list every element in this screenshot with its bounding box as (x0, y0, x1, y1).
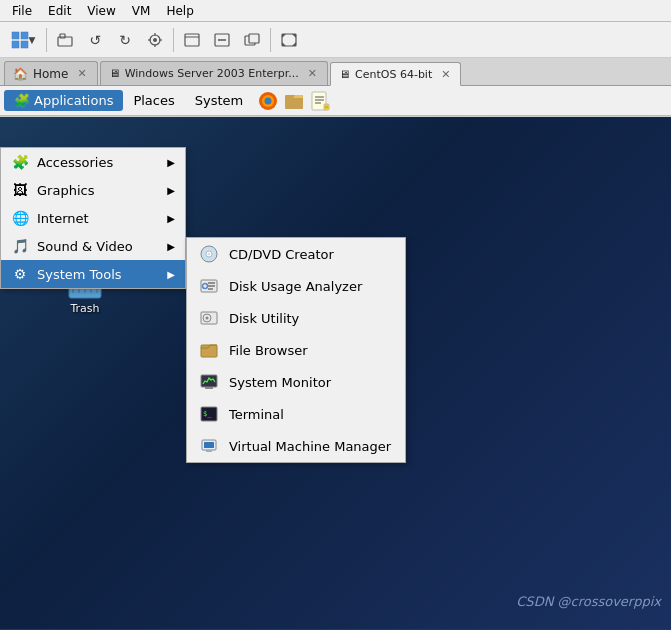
move-icon (57, 32, 73, 48)
internet-icon: 🌐 (11, 209, 29, 227)
menu-view[interactable]: View (79, 2, 123, 20)
minimize-icon (214, 33, 230, 47)
tab-centos-close[interactable]: ✕ (441, 68, 450, 81)
svg-text:$_: $_ (203, 410, 212, 418)
toolbar-dropdown[interactable]: ▼ (4, 26, 42, 54)
grid-icon (11, 31, 29, 49)
menu-edit[interactable]: Edit (40, 2, 79, 20)
icon-toolbar: ▼ ↺ ↻ (0, 22, 671, 58)
home-tab-icon: 🏠 (13, 67, 28, 81)
toolbar-fullscreen[interactable] (275, 26, 303, 54)
appbar-places[interactable]: Places (123, 90, 184, 111)
menu-vm[interactable]: VM (124, 2, 159, 20)
svg-point-51 (206, 317, 209, 320)
svg-rect-0 (12, 32, 19, 39)
toolbar-separator-1 (46, 28, 47, 52)
graphics-icon: 🖼 (11, 181, 29, 199)
settings-icon (147, 32, 163, 48)
app-bar-quick-launch (257, 90, 331, 112)
svg-rect-1 (21, 32, 28, 39)
window-icon (184, 33, 200, 47)
disk-utility-icon (199, 308, 219, 328)
disk-usage-icon (199, 276, 219, 296)
menu-bar: File Edit View VM Help (0, 0, 671, 22)
svg-point-43 (208, 253, 211, 256)
submenu-cddvd[interactable]: CD/DVD Creator (187, 238, 405, 270)
scale-icon (244, 33, 260, 47)
svg-rect-59 (206, 450, 212, 452)
watermark: CSDN @crossoverppix (516, 594, 661, 609)
svg-rect-2 (12, 41, 19, 48)
menu-item-sound-video[interactable]: 🎵 Sound & Video ▶ (1, 232, 185, 260)
toolbar-window[interactable] (178, 26, 206, 54)
terminal-icon: $_ (199, 404, 219, 424)
accessories-arrow: ▶ (167, 157, 175, 168)
svg-rect-3 (21, 41, 28, 48)
applications-icon: 🧩 (14, 93, 30, 108)
fullscreen-icon (281, 33, 297, 47)
submenu-disk-usage[interactable]: Disk Usage Analyzer (187, 270, 405, 302)
graphics-arrow: ▶ (167, 185, 175, 196)
toolbar-separator-3 (270, 28, 271, 52)
svg-point-21 (265, 97, 272, 104)
toolbar-move[interactable] (51, 26, 79, 54)
vm-manager-icon (199, 436, 219, 456)
app-bar: 🧩 Applications Places System (0, 86, 671, 116)
sound-video-icon: 🎵 (11, 237, 29, 255)
cddvd-icon (199, 244, 219, 264)
winserver-tab-icon: 🖥 (109, 67, 120, 80)
tab-home[interactable]: 🏠 Home ✕ (4, 61, 98, 85)
centos-tab-icon: 🖥 (339, 68, 350, 81)
menu-item-system-tools[interactable]: ⚙ System Tools ▶ (1, 260, 185, 288)
sound-video-arrow: ▶ (167, 241, 175, 252)
tab-centos[interactable]: 🖥 CentOS 64-bit ✕ (330, 62, 461, 86)
menu-file[interactable]: File (4, 2, 40, 20)
system-tools-icon: ⚙ (11, 265, 29, 283)
toolbar-forward[interactable]: ↻ (111, 26, 139, 54)
submenu-terminal[interactable]: $_ Terminal (187, 398, 405, 430)
svg-rect-17 (249, 34, 259, 43)
system-tools-arrow: ▶ (167, 269, 175, 280)
svg-rect-54 (205, 387, 213, 389)
toolbar-scale[interactable] (238, 26, 266, 54)
toolbar-minimize[interactable] (208, 26, 236, 54)
appbar-applications[interactable]: 🧩 Applications (4, 90, 123, 111)
submenu-file-browser[interactable]: File Browser (187, 334, 405, 366)
tabs-bar: 🏠 Home ✕ 🖥 Windows Server 2003 Enterpr..… (0, 58, 671, 86)
desktop: untitled folder Trash 🧩 (0, 117, 671, 629)
menu-help[interactable]: Help (158, 2, 201, 20)
submenu-disk-utility[interactable]: Disk Utility (187, 302, 405, 334)
svg-point-7 (153, 38, 157, 42)
menu-item-graphics[interactable]: 🖼 Graphics ▶ (1, 176, 185, 204)
svg-rect-58 (204, 442, 214, 448)
toolbar-refresh[interactable]: ↺ (81, 26, 109, 54)
files-icon[interactable] (283, 90, 305, 112)
system-monitor-icon (199, 372, 219, 392)
tab-winserver-close[interactable]: ✕ (308, 67, 317, 80)
file-browser-icon (199, 340, 219, 360)
appbar-system[interactable]: System (185, 90, 253, 111)
svg-rect-5 (60, 34, 65, 38)
submenu-system-monitor[interactable]: System Monitor (187, 366, 405, 398)
internet-arrow: ▶ (167, 213, 175, 224)
text-editor-icon[interactable] (309, 90, 331, 112)
menu-item-internet[interactable]: 🌐 Internet ▶ (1, 204, 185, 232)
trash-label: Trash (70, 302, 99, 315)
system-tools-submenu: CD/DVD Creator Disk Usage Analyzer (186, 237, 406, 463)
svg-rect-12 (185, 34, 199, 46)
accessories-icon: 🧩 (11, 153, 29, 171)
toolbar-separator-2 (173, 28, 174, 52)
tab-winserver[interactable]: 🖥 Windows Server 2003 Enterpr... ✕ (100, 61, 328, 85)
submenu-vm-manager[interactable]: Virtual Machine Manager (187, 430, 405, 462)
firefox-icon[interactable] (257, 90, 279, 112)
applications-menu: 🧩 Accessories ▶ 🖼 Graphics ▶ 🌐 Internet … (0, 147, 186, 289)
menu-item-accessories[interactable]: 🧩 Accessories ▶ (1, 148, 185, 176)
tab-home-close[interactable]: ✕ (77, 67, 86, 80)
toolbar-settings[interactable] (141, 26, 169, 54)
